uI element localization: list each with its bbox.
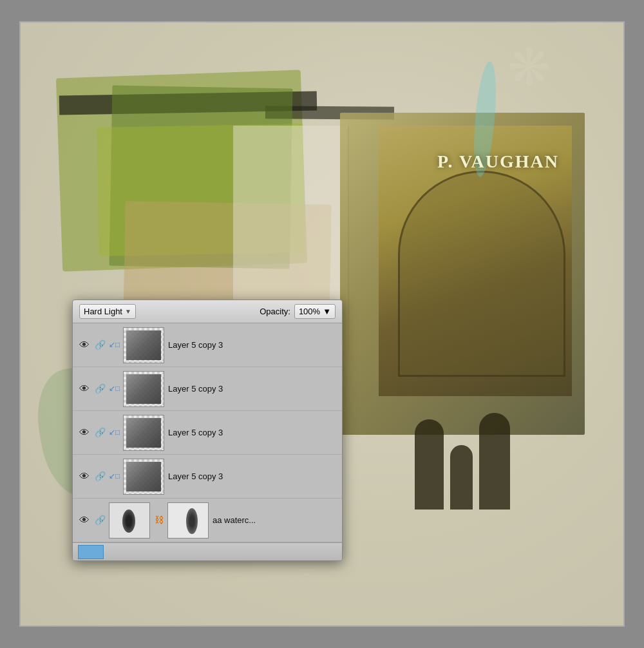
- layer-row[interactable]: 👁 🔗 ↙□ Layer 5 copy 3: [73, 455, 342, 499]
- visibility-toggle-5[interactable]: 👁: [78, 515, 91, 526]
- visibility-toggle-4[interactable]: 👁: [78, 471, 91, 482]
- thumb-photo-3: [126, 418, 161, 448]
- panel-footer: [73, 542, 342, 560]
- blend-mode-value: Hard Light: [84, 307, 122, 316]
- layer-thumbnail-5-left: [109, 502, 150, 538]
- thumb-photo-4: [126, 462, 161, 491]
- layer-row[interactable]: 👁 🔗 ↙□ Layer 5 copy 3: [73, 411, 342, 455]
- layer-name-1: Layer 5 copy 3: [168, 340, 337, 350]
- art-people-silhouettes: [379, 368, 546, 510]
- person-silhouette-3: [479, 413, 510, 510]
- layer-row-watercolor[interactable]: 👁 🔗 ⛓ aa waterc...: [73, 499, 342, 542]
- opacity-arrow: ▼: [323, 307, 331, 316]
- watercolor-blot-left: [122, 510, 135, 533]
- layer-thumbnail-3: [123, 415, 164, 451]
- opacity-label: Opacity:: [260, 307, 290, 316]
- smart-object-icon-2: ↙□: [109, 384, 119, 394]
- link-icon-2: 🔗: [95, 383, 105, 394]
- layers-panel: Hard Light ▼ Opacity: 100% ▼ 👁 🔗 ↙□ Laye…: [72, 300, 343, 561]
- blend-mode-dropdown[interactable]: Hard Light ▼: [79, 304, 136, 319]
- layer-thumbnail-1: [123, 327, 164, 363]
- footer-active-thumbnail: [78, 545, 104, 559]
- layer-row[interactable]: 👁 🔗 ↙□ Layer 5 copy 3: [73, 323, 342, 367]
- person-silhouette-2: [450, 445, 473, 510]
- opacity-value-text: 100%: [299, 307, 320, 316]
- smart-object-icon-4: ↙□: [109, 472, 119, 481]
- art-floral-decoration: ❋: [507, 42, 585, 106]
- layer-row[interactable]: 👁 🔗 ↙□ Layer 5 copy 3: [73, 367, 342, 411]
- smart-object-icon-1: ↙□: [109, 340, 119, 350]
- visibility-toggle-1[interactable]: 👁: [78, 339, 91, 351]
- person-silhouette-1: [415, 419, 444, 510]
- link-icon-4: 🔗: [95, 471, 105, 482]
- layer-thumbnail-2: [123, 371, 164, 407]
- smart-object-icon-3: ↙□: [109, 428, 119, 437]
- layer-thumbnail-4: [123, 459, 164, 495]
- blend-mode-arrow: ▼: [125, 308, 131, 315]
- layer-name-4: Layer 5 copy 3: [168, 472, 337, 481]
- opacity-dropdown[interactable]: 100% ▼: [294, 304, 336, 319]
- thumb-photo-2: [126, 374, 161, 404]
- thumb-photo-1: [126, 330, 161, 360]
- watercolor-blot-right: [186, 508, 198, 534]
- canvas: ❋ P. VAUGHAN Hard Light ▼ Opacity: 100% …: [19, 21, 625, 627]
- panel-header: Hard Light ▼ Opacity: 100% ▼: [73, 300, 342, 323]
- visibility-toggle-3[interactable]: 👁: [78, 427, 91, 439]
- store-sign-text: P. VAUGHAN: [437, 151, 559, 172]
- layer-name-2: Layer 5 copy 3: [168, 384, 337, 394]
- layer-name-3: Layer 5 copy 3: [168, 428, 337, 437]
- link-icon-1: 🔗: [95, 339, 105, 350]
- layer-name-5: aa waterc...: [213, 515, 337, 525]
- layer-thumbnail-5-right: [167, 502, 209, 538]
- art-arch-shape: [398, 171, 565, 377]
- opacity-section: Opacity: 100% ▼: [260, 304, 336, 319]
- link-icon-3: 🔗: [95, 427, 105, 438]
- link-icon-5: 🔗: [95, 515, 105, 526]
- layer-link-chain-5: ⛓: [154, 515, 164, 526]
- visibility-toggle-2[interactable]: 👁: [78, 383, 91, 395]
